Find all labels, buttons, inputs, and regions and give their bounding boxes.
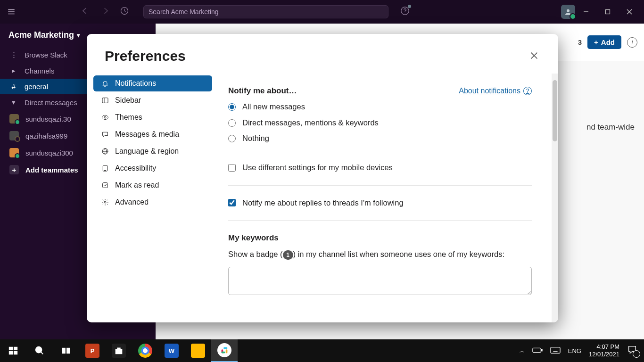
svg-line-28	[41, 352, 43, 354]
plus-icon: +	[9, 165, 19, 174]
keywords-input[interactable]	[228, 267, 532, 295]
more-icon: ⋮	[9, 50, 18, 59]
svg-rect-33	[226, 349, 228, 353]
svg-rect-30	[67, 348, 70, 354]
nav-notifications[interactable]: Notifications	[93, 75, 212, 91]
radio-all-messages[interactable]: All new messages	[228, 101, 532, 113]
svg-rect-32	[223, 347, 227, 349]
svg-rect-37	[551, 347, 560, 353]
radio-dm-mentions[interactable]: Direct messages, mentions & keywords	[228, 117, 532, 129]
start-button[interactable]	[0, 339, 26, 362]
plus-icon: +	[594, 38, 598, 46]
dm-name: sundusqazi300	[25, 149, 73, 157]
hamburger-menu[interactable]	[4, 4, 19, 19]
nav-markread[interactable]: Mark as read	[93, 177, 212, 193]
radio-input[interactable]	[228, 103, 236, 111]
checkbox-input[interactable]	[228, 199, 236, 206]
workspace-name: Acme Marketing	[8, 30, 74, 40]
radio-label: Nothing	[242, 132, 269, 145]
window-minimize[interactable]	[575, 4, 597, 19]
nav-advanced[interactable]: Advanced	[93, 194, 212, 210]
radio-input[interactable]	[228, 135, 236, 142]
add-button[interactable]: + Add	[587, 35, 621, 49]
presence-icon	[9, 131, 19, 140]
svg-point-27	[36, 347, 42, 353]
dm-name: qazihafsa999	[25, 132, 67, 140]
svg-point-5	[405, 13, 405, 13]
clock[interactable]: 4:07 PM 12/01/2021	[589, 343, 619, 359]
svg-rect-34	[222, 352, 225, 354]
task-view-button[interactable]	[53, 339, 79, 362]
titlebar: Search Acme Marketing	[0, 0, 644, 24]
nav-label: Language & region	[115, 147, 179, 156]
chevron-down-icon: ▾	[77, 32, 80, 39]
svg-rect-35	[533, 348, 541, 352]
taskbar-word[interactable]: W	[158, 339, 185, 362]
preferences-content: Notify me about… About notifications ? A…	[219, 74, 558, 322]
language-indicator[interactable]: ENG	[568, 347, 581, 354]
date: 12/01/2021	[589, 351, 619, 358]
scrollbar-track[interactable]	[552, 74, 558, 322]
nav-label: Notifications	[115, 79, 156, 88]
svg-rect-29	[62, 348, 65, 354]
background-text: nd team-wide	[586, 123, 635, 132]
check-icon	[101, 181, 109, 189]
user-avatar[interactable]	[561, 5, 575, 19]
action-center-icon[interactable]: 2	[627, 345, 639, 357]
nav-themes[interactable]: Themes	[93, 109, 212, 125]
radio-nothing[interactable]: Nothing	[228, 132, 532, 145]
radio-label: Direct messages, mentions & keywords	[242, 117, 379, 129]
notify-heading: Notify me about…	[228, 85, 297, 97]
add-teammates-label: Add teammates	[25, 166, 78, 174]
nav-label: Advanced	[115, 198, 149, 206]
preferences-title: Preferences	[105, 48, 186, 64]
svg-point-6	[567, 9, 570, 12]
members-count[interactable]: 3	[578, 38, 582, 46]
nav-forward[interactable]	[101, 6, 110, 17]
taskbar-powerpoint[interactable]: P	[79, 339, 106, 362]
scrollbar-thumb[interactable]	[553, 80, 557, 141]
caret-down-icon: ▾	[9, 98, 18, 107]
nav-back[interactable]	[80, 6, 90, 17]
svg-rect-36	[541, 349, 542, 351]
nav-sidebar[interactable]: Sidebar	[93, 92, 212, 108]
hash-icon: #	[9, 82, 18, 90]
taskbar-explorer[interactable]	[185, 339, 211, 362]
window-close[interactable]	[619, 4, 640, 19]
checkbox-input[interactable]	[228, 164, 236, 172]
checkbox-mobile-settings[interactable]: Use different settings for my mobile dev…	[228, 162, 532, 174]
nav-messages[interactable]: Messages & media	[93, 126, 212, 142]
channels-label: Channels	[25, 67, 54, 75]
search-button[interactable]	[26, 339, 53, 362]
keyboard-icon[interactable]	[550, 346, 561, 355]
radio-input[interactable]	[228, 119, 236, 127]
channel-info-button[interactable]: i	[627, 37, 637, 48]
eye-icon	[101, 114, 109, 121]
nav-label: Messages & media	[115, 130, 179, 139]
svg-rect-26	[14, 351, 17, 354]
close-button[interactable]	[529, 50, 540, 62]
history-button[interactable]	[120, 6, 129, 17]
checkbox-label: Notify me about replies to threads I'm f…	[242, 197, 404, 209]
taskbar-chrome[interactable]	[132, 339, 158, 362]
sidebar-icon	[101, 97, 109, 104]
channel-name: general	[25, 82, 48, 90]
notif-count: 2	[634, 353, 641, 358]
browse-label: Browse Slack	[25, 51, 67, 59]
search-input[interactable]: Search Acme Marketing	[143, 5, 388, 18]
nav-language[interactable]: Language & region	[93, 143, 212, 159]
about-notifications-link[interactable]: About notifications ?	[459, 85, 532, 97]
gear-icon	[101, 198, 109, 206]
help-button[interactable]	[400, 6, 410, 18]
window-maximize[interactable]	[597, 4, 619, 19]
add-label: Add	[601, 38, 615, 46]
nav-label: Themes	[115, 113, 142, 122]
taskbar-store[interactable]	[106, 339, 132, 362]
nav-accessibility[interactable]: Accessibility	[93, 160, 212, 176]
checkbox-thread-replies[interactable]: Notify me about replies to threads I'm f…	[228, 197, 532, 209]
svg-rect-8	[606, 10, 610, 14]
tray-expand-icon[interactable]: ︿	[520, 347, 525, 354]
taskbar-slack[interactable]	[211, 339, 238, 362]
battery-icon[interactable]	[532, 347, 543, 355]
keywords-heading: My keywords	[228, 232, 532, 244]
